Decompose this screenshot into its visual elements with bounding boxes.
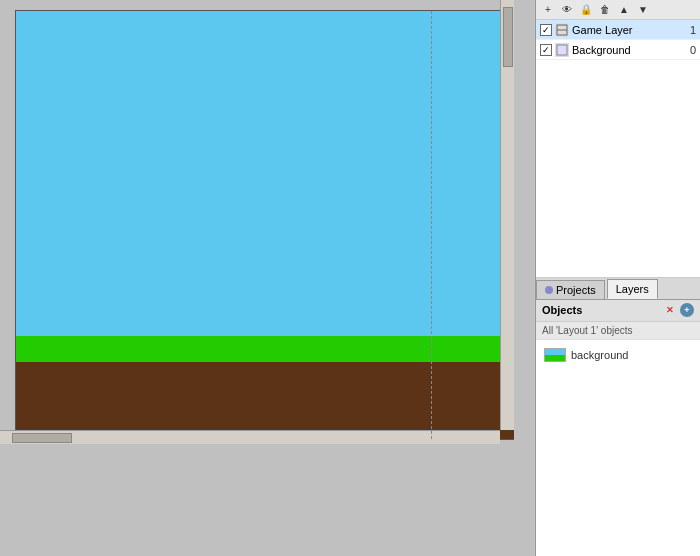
v-scrollbar[interactable] bbox=[500, 0, 514, 430]
main-area bbox=[0, 0, 535, 556]
h-scrollbar-thumb[interactable] bbox=[12, 433, 72, 443]
canvas-container bbox=[0, 0, 514, 445]
h-scrollbar[interactable] bbox=[0, 430, 500, 444]
object-preview-background bbox=[544, 348, 566, 362]
layer-num-background: 0 bbox=[682, 44, 696, 56]
dashed-vertical-line bbox=[431, 11, 432, 439]
layer-icon-background bbox=[555, 43, 569, 57]
layer-num-game: 1 bbox=[682, 24, 696, 36]
lock-button[interactable]: 🔒 bbox=[578, 2, 594, 18]
tab-layers[interactable]: Layers bbox=[607, 279, 658, 299]
objects-list[interactable]: background bbox=[536, 340, 700, 557]
move-up-button[interactable]: ▲ bbox=[616, 2, 632, 18]
projects-tab-icon bbox=[545, 286, 553, 294]
grass-layer bbox=[16, 336, 514, 362]
right-panel: + 👁 🔒 🗑 ▲ ▼ ✓ Game Layer 1 ✓ bbox=[535, 0, 700, 556]
move-down-button[interactable]: ▼ bbox=[635, 2, 651, 18]
svg-rect-2 bbox=[557, 45, 567, 55]
dirt-layer bbox=[16, 362, 514, 439]
layer-checkbox-game[interactable]: ✓ bbox=[540, 24, 552, 36]
v-scrollbar-thumb[interactable] bbox=[503, 7, 513, 67]
visibility-button[interactable]: 👁 bbox=[559, 2, 575, 18]
objects-title: Objects bbox=[542, 304, 582, 316]
layer-toolbar: + 👁 🔒 🗑 ▲ ▼ bbox=[536, 0, 700, 20]
layer-name-game: Game Layer bbox=[572, 24, 682, 36]
tab-layers-label: Layers bbox=[616, 283, 649, 295]
objects-filter-button[interactable]: ✕ bbox=[663, 303, 677, 317]
layer-name-background: Background bbox=[572, 44, 682, 56]
layer-item-game[interactable]: ✓ Game Layer 1 bbox=[536, 20, 700, 40]
game-canvas bbox=[15, 10, 514, 440]
objects-header-controls: ✕ + bbox=[663, 303, 694, 317]
objects-subheader: All 'Layout 1' objects bbox=[536, 322, 700, 340]
tab-projects-label: Projects bbox=[556, 284, 596, 296]
panel-tabs: Projects Layers bbox=[536, 278, 700, 300]
objects-header: Objects ✕ + bbox=[536, 300, 700, 322]
add-layer-button[interactable]: + bbox=[540, 2, 556, 18]
delete-layer-button[interactable]: 🗑 bbox=[597, 2, 613, 18]
objects-subheader-text: All 'Layout 1' objects bbox=[542, 325, 633, 336]
tab-projects[interactable]: Projects bbox=[536, 280, 605, 299]
objects-panel: Objects ✕ + All 'Layout 1' objects backg… bbox=[536, 300, 700, 557]
objects-add-button[interactable]: + bbox=[680, 303, 694, 317]
layer-list[interactable]: ✓ Game Layer 1 ✓ Background 0 bbox=[536, 20, 700, 278]
object-item-background[interactable]: background bbox=[540, 344, 696, 366]
canvas-wrapper bbox=[0, 0, 514, 444]
sky-layer bbox=[16, 11, 514, 336]
layer-item-background[interactable]: ✓ Background 0 bbox=[536, 40, 700, 60]
layer-icon-game bbox=[555, 23, 569, 37]
object-name-background: background bbox=[571, 349, 629, 361]
layer-checkbox-background[interactable]: ✓ bbox=[540, 44, 552, 56]
